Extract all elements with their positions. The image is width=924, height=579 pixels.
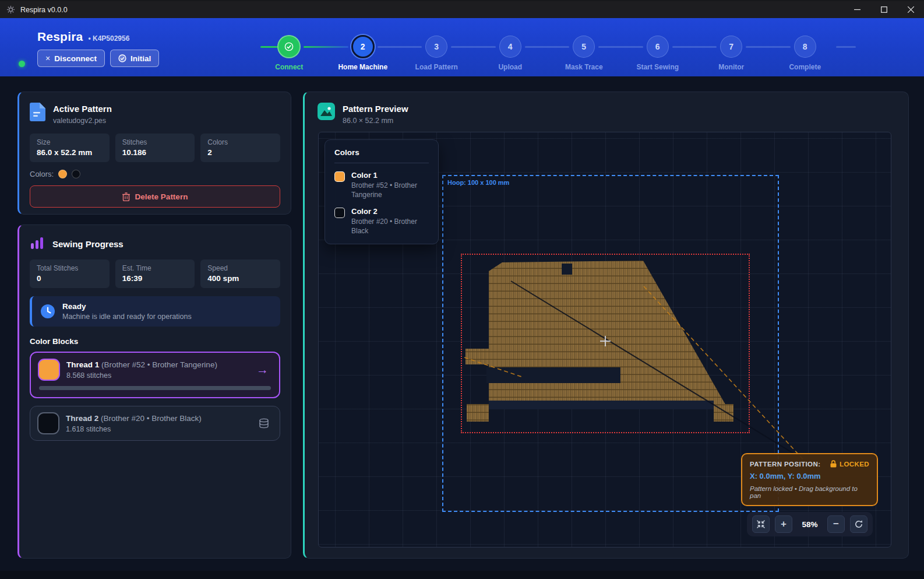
stat-est-time: Est. Time 16:39	[115, 259, 195, 288]
canvas-center-crosshair	[600, 336, 611, 346]
step-upload[interactable]: 4 Upload	[474, 34, 548, 71]
step-monitor[interactable]: 7 Monitor	[694, 34, 768, 71]
legend-item-color1: Color 1 Brother #52 • Brother Tangerine	[334, 171, 429, 199]
fit-view-icon	[756, 520, 766, 529]
legend-swatch-2	[334, 208, 345, 218]
reset-view-button[interactable]	[850, 515, 867, 533]
position-coordinates: X: 0.0mm, Y: 0.0mm	[750, 472, 869, 480]
step-label: Complete	[789, 63, 821, 71]
thread-2-item[interactable]: Thread 2 (Brother #20 • Brother Black) 1…	[30, 406, 280, 441]
sewing-progress-card: Sewing Progress Total Stitches 0 Est. Ti…	[17, 224, 291, 559]
minimize-button[interactable]	[844, 1, 870, 18]
color-blocks-heading: Color Blocks	[30, 337, 280, 346]
step-home-machine[interactable]: 2 Home Machine	[326, 34, 400, 71]
header: Respira • K4P502956 × Disconnect Initial	[0, 18, 924, 76]
lock-icon	[830, 460, 837, 468]
delete-pattern-button[interactable]: Delete Pattern	[30, 185, 280, 208]
thread-1-detail: (Brother #52 • Brother Tangerine)	[101, 360, 217, 369]
color-dot-orange	[58, 170, 67, 178]
step-label: Load Pattern	[415, 63, 458, 71]
initial-label: Initial	[131, 54, 151, 63]
titlebar: Respira v0.0.0	[0, 0, 924, 18]
step-number: 5	[581, 42, 586, 51]
thread-1-item[interactable]: Thread 1 (Brother #52 • Brother Tangerin…	[30, 352, 280, 398]
initial-button[interactable]: Initial	[110, 50, 159, 67]
step-load-pattern[interactable]: 3 Load Pattern	[400, 34, 474, 71]
thread-2-stitches: 1.618 stitches	[66, 425, 251, 433]
pattern-preview-title: Pattern Preview	[343, 103, 408, 114]
preview-canvas[interactable]: Hoop: 100 x 100 mm	[318, 132, 891, 548]
stat-total-stitches: Total Stitches 0	[30, 259, 110, 288]
pattern-preview-panel: Pattern Preview 86.0 × 52.2 mm Hoop: 100…	[303, 92, 909, 559]
position-hint: Pattern locked • Drag background to pan	[750, 485, 869, 499]
image-icon	[318, 103, 335, 120]
zoom-out-button[interactable]: −	[827, 515, 845, 533]
delete-pattern-label: Delete Pattern	[135, 192, 188, 201]
step-start-sewing[interactable]: 6 Start Sewing	[621, 34, 695, 71]
step-label: Monitor	[718, 63, 744, 71]
minus-icon: −	[833, 518, 839, 530]
thread-2-name: Thread 2	[66, 414, 98, 423]
disconnect-button[interactable]: × Disconnect	[37, 50, 105, 67]
status-title: Ready	[62, 302, 192, 311]
stat-colors: Colors 2	[200, 134, 280, 162]
refresh-icon	[854, 520, 863, 529]
legend-swatch-1	[334, 171, 345, 182]
connection-status-dot	[19, 61, 25, 67]
maximize-button[interactable]	[870, 1, 897, 18]
thread-2-detail: (Brother #20 • Brother Black)	[101, 414, 202, 423]
step-label: Upload	[498, 63, 522, 71]
step-connect[interactable]: Connect	[252, 34, 326, 71]
step-label: Start Sewing	[636, 63, 679, 71]
stat-size: Size 86.0 x 52.2 mm	[30, 134, 110, 162]
trash-icon	[122, 192, 130, 201]
wizard-stepper: Connect 2 Home Machine 3 Load Pattern 4 …	[252, 34, 842, 71]
app-window: Respira v0.0.0 Respira • K4P502956 ×	[0, 0, 924, 579]
step-number: 7	[729, 42, 733, 51]
pattern-filename: valetudogv2.pes	[53, 117, 112, 125]
maximize-icon	[881, 6, 887, 13]
close-button[interactable]	[897, 1, 924, 18]
position-label: PATTERN POSITION:	[750, 461, 820, 468]
step-number: 4	[508, 42, 513, 51]
thread-1-progress-bar	[39, 386, 271, 390]
colors-label: Colors:	[30, 170, 54, 178]
stat-speed: Speed 400 spm	[200, 259, 280, 288]
pattern-preview-size: 86.0 × 52.2 mm	[343, 117, 408, 125]
active-pattern-card: Active Pattern valetudogv2.pes Size 86.0…	[17, 92, 291, 215]
layers-stack-icon	[259, 418, 269, 429]
clock-icon	[40, 304, 55, 319]
step-check-icon	[284, 42, 294, 51]
thread-1-stitches: 8.568 stitches	[66, 371, 249, 380]
step-label: Home Machine	[338, 63, 387, 71]
hoop-label: Hoop: 100 x 100 mm	[447, 179, 509, 186]
thread-1-name: Thread 1	[66, 360, 99, 369]
legend-title: Colors	[334, 148, 429, 163]
minimize-icon	[854, 6, 860, 13]
bottom-strip	[0, 571, 924, 579]
zoom-level: 58%	[798, 520, 822, 529]
legend-item-color2: Color 2 Brother #20 • Brother Black	[334, 207, 429, 236]
step-mask-trace[interactable]: 5 Mask Trace	[547, 34, 621, 71]
check-circle-icon	[118, 54, 126, 62]
step-number: 6	[655, 42, 660, 51]
brand-title: Respira	[37, 30, 83, 44]
file-icon	[30, 103, 45, 121]
arrow-right-icon: →	[256, 363, 271, 377]
pattern-position-overlay: PATTERN POSITION: LOCKED X: 0.0mm, Y: 0.…	[741, 453, 878, 506]
sewing-progress-title: Sewing Progress	[52, 238, 124, 249]
locked-badge: LOCKED	[840, 461, 869, 468]
fit-view-button[interactable]	[752, 515, 770, 533]
thread-2-swatch	[38, 413, 58, 433]
plus-icon: +	[781, 518, 787, 530]
disconnect-x-icon: ×	[45, 54, 50, 63]
step-number: 2	[361, 42, 365, 51]
zoom-in-button[interactable]: +	[775, 515, 792, 533]
step-number: 3	[434, 42, 439, 51]
colors-legend: Colors Color 1 Brother #52 • Brother Tan…	[325, 139, 439, 244]
step-label: Connect	[275, 63, 303, 71]
step-complete[interactable]: 8 Complete	[768, 34, 842, 71]
stat-stitches: Stitches 10.186	[115, 134, 195, 162]
color-dot-black	[72, 170, 80, 178]
machine-serial: • K4P502956	[88, 34, 129, 43]
